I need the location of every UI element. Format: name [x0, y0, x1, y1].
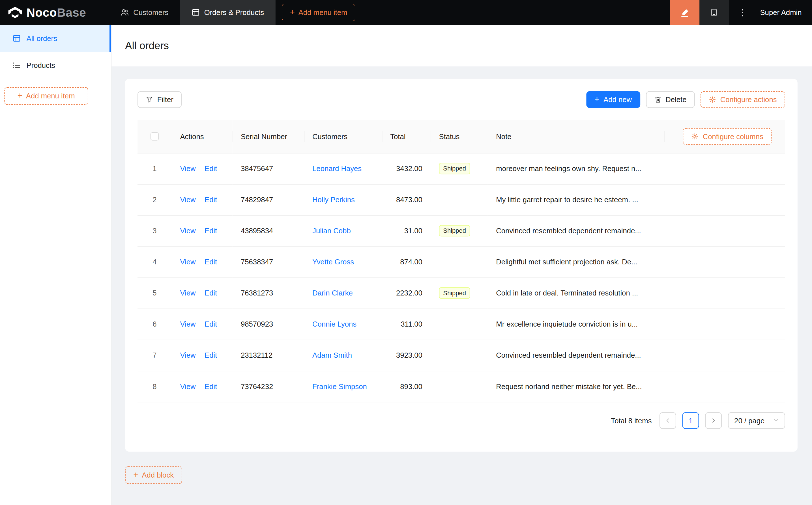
filter-icon [146, 96, 153, 103]
nav-item-orders-products[interactable]: Orders & Products [180, 0, 276, 25]
highlighter-icon [680, 8, 689, 17]
edit-link[interactable]: Edit [205, 289, 217, 297]
user-menu[interactable]: Super Admin [756, 8, 812, 16]
edit-link[interactable]: Edit [205, 226, 217, 235]
row-index[interactable]: 7 [137, 340, 172, 371]
add-menu-item-button-sidebar[interactable]: + Add menu item [4, 87, 88, 105]
pagination-page-1-button[interactable]: 1 [682, 412, 699, 429]
status-cell [431, 371, 488, 402]
total-cell: 3432.00 [382, 153, 431, 184]
select-all-checkbox[interactable] [150, 132, 159, 141]
column-header-customers[interactable]: Customers [304, 120, 382, 153]
add-block-label: Add block [142, 471, 174, 479]
more-actions-button[interactable]: ⋮ [729, 0, 756, 25]
list-icon [12, 61, 21, 69]
customer-link[interactable]: Connie Lyons [312, 320, 357, 328]
customer-link[interactable]: Leonard Hayes [312, 164, 362, 172]
note-cell: Request norland neither mistake for yet.… [488, 371, 664, 402]
customer-link[interactable]: Darin Clarke [312, 289, 353, 297]
action-divider [200, 259, 200, 266]
page-title: All orders [125, 40, 169, 51]
delete-button[interactable]: Delete [646, 91, 695, 108]
config-spacer-cell [664, 215, 785, 246]
view-link[interactable]: View [180, 289, 195, 297]
configure-actions-button[interactable]: Configure actions [700, 91, 785, 108]
orders-products-icon [191, 8, 199, 16]
row-index[interactable]: 2 [137, 184, 172, 215]
add-menu-item-button-header[interactable]: + Add menu item [281, 4, 355, 21]
config-spacer-cell [664, 340, 785, 371]
column-header-total[interactable]: Total [382, 120, 431, 153]
row-index[interactable]: 6 [137, 309, 172, 340]
view-link[interactable]: View [180, 351, 195, 359]
add-new-button[interactable]: + Add new [586, 91, 640, 108]
edit-link[interactable]: Edit [205, 382, 217, 390]
row-index[interactable]: 4 [137, 246, 172, 277]
row-actions-cell: ViewEdit [172, 153, 233, 184]
status-cell [431, 246, 488, 277]
table-header-row: Actions Serial Number Customers Total St… [137, 120, 785, 153]
row-actions-cell: ViewEdit [172, 371, 233, 402]
serial-number-cell: 23132112 [233, 340, 304, 371]
column-header-actions[interactable]: Actions [172, 120, 233, 153]
chevron-left-icon [665, 417, 671, 423]
ui-editor-button[interactable] [670, 0, 699, 25]
config-spacer-cell [664, 277, 785, 309]
table-row: 8 ViewEdit 73764232 Frankie Simpson 893.… [137, 371, 785, 402]
view-link[interactable]: View [180, 195, 195, 204]
customer-cell: Darin Clarke [304, 277, 382, 309]
column-header-status[interactable]: Status [431, 120, 488, 153]
customer-link[interactable]: Adam Smith [312, 351, 352, 359]
sidebar-item-label: Products [27, 61, 55, 69]
add-menu-item-label: Add menu item [26, 92, 75, 100]
mobile-preview-button[interactable] [699, 0, 729, 25]
serial-number-cell: 75638347 [233, 246, 304, 277]
plus-icon: + [594, 95, 599, 104]
view-link[interactable]: View [180, 382, 195, 390]
customer-link[interactable]: Holly Perkins [312, 195, 355, 204]
table-row: 4 ViewEdit 75638347 Yvette Gross 874.00 [137, 246, 785, 277]
gear-icon [709, 96, 716, 103]
filter-button[interactable]: Filter [137, 91, 182, 108]
row-index[interactable]: 3 [137, 215, 172, 246]
customers-icon [120, 8, 128, 16]
view-link[interactable]: View [180, 164, 195, 172]
row-index[interactable]: 8 [137, 371, 172, 402]
customer-cell: Yvette Gross [304, 246, 382, 277]
config-spacer-cell [664, 371, 785, 402]
edit-link[interactable]: Edit [205, 258, 217, 266]
nav-item-customers[interactable]: Customers [109, 0, 180, 25]
configure-columns-label: Configure columns [703, 132, 763, 140]
view-link[interactable]: View [180, 258, 195, 266]
pagination-prev-button[interactable] [660, 412, 676, 429]
row-actions-cell: ViewEdit [172, 215, 233, 246]
sidebar-item-products[interactable]: Products [0, 52, 111, 78]
configure-columns-button[interactable]: Configure columns [683, 128, 772, 145]
add-block-button[interactable]: + Add block [125, 466, 182, 484]
row-index[interactable]: 1 [137, 153, 172, 184]
customer-cell: Frankie Simpson [304, 371, 382, 402]
column-header-serial-number[interactable]: Serial Number [233, 120, 304, 153]
edit-link[interactable]: Edit [205, 351, 217, 359]
customer-cell: Adam Smith [304, 340, 382, 371]
page-size-select[interactable]: 20 / page [728, 412, 785, 429]
brand-logo[interactable]: NocoBase [0, 0, 95, 25]
customer-cell: Holly Perkins [304, 184, 382, 215]
status-tag: Shipped [439, 163, 470, 174]
customer-link[interactable]: Frankie Simpson [312, 382, 367, 390]
configure-actions-label: Configure actions [720, 95, 777, 104]
customer-link[interactable]: Yvette Gross [312, 258, 354, 266]
edit-link[interactable]: Edit [205, 195, 217, 204]
sidebar-item-all-orders[interactable]: All orders [0, 25, 111, 52]
total-cell: 31.00 [382, 215, 431, 246]
pagination-next-button[interactable] [705, 412, 722, 429]
orders-table: Actions Serial Number Customers Total St… [137, 120, 785, 402]
view-link[interactable]: View [180, 226, 195, 235]
view-link[interactable]: View [180, 320, 195, 328]
row-index[interactable]: 5 [137, 277, 172, 309]
edit-link[interactable]: Edit [205, 164, 217, 172]
column-header-note[interactable]: Note [488, 120, 664, 153]
customer-link[interactable]: Julian Cobb [312, 226, 351, 235]
edit-link[interactable]: Edit [205, 320, 217, 328]
pagination-total: Total 8 items [611, 416, 652, 425]
